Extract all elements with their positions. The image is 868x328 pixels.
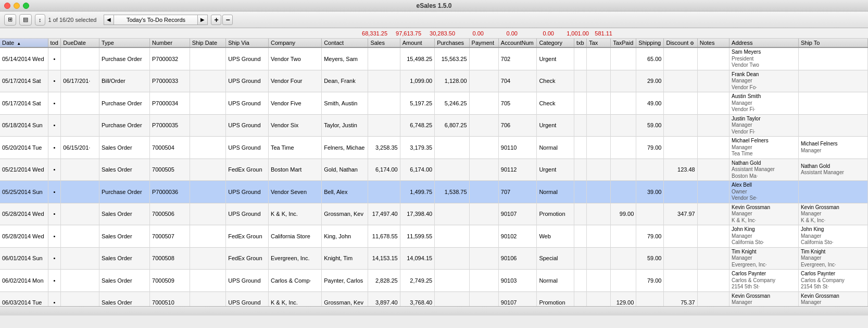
cell-sales — [368, 70, 400, 92]
summary-payment: 0.00 — [455, 30, 484, 37]
cell-type: Sales Order — [99, 270, 149, 292]
view-toggle-btn[interactable]: ⊞ — [4, 14, 16, 26]
cell-shipping: 79.00 — [636, 270, 664, 292]
cell-accountnum: 706 — [498, 114, 537, 137]
cell-address: Michael FelnersManagerTea Time — [729, 137, 799, 159]
cell-discount — [664, 247, 697, 270]
nav-next-btn[interactable]: ▶ — [197, 15, 208, 25]
cell-company: Vendor Four — [268, 70, 321, 92]
table-row[interactable]: 06/01/2014 Sun•Sales Order7000508FedEx G… — [0, 247, 868, 270]
cell-shipvia: FedEx Groun — [226, 159, 269, 181]
table-row[interactable]: 05/20/2014 Tue•06/15/201·Sales Order7000… — [0, 137, 868, 159]
cell-shipdate — [190, 270, 226, 292]
cell-todo: • — [48, 47, 61, 70]
cell-purchases — [435, 291, 469, 306]
table-row[interactable]: 05/25/2014 Sun•Purchase OrderP7000036UPS… — [0, 181, 868, 203]
cell-shipvia: FedEx Groun — [226, 247, 269, 270]
cell-todo: • — [48, 159, 61, 181]
table-row[interactable]: 06/03/2014 Tue•Sales Order7000510UPS Gro… — [0, 291, 868, 306]
cell-duedate — [61, 92, 99, 115]
cell-amount: 11,599.55 — [400, 225, 434, 248]
cell-category: Web — [537, 225, 574, 248]
maximize-button[interactable] — [23, 3, 29, 9]
cell-txb — [574, 181, 586, 203]
cell-contact: Dean, Frank — [322, 70, 368, 92]
cell-company: Tea Time — [268, 137, 321, 159]
col-header-shipto[interactable]: Ship To — [798, 39, 867, 47]
col-header-company[interactable]: Company — [268, 39, 321, 47]
cell-taxpaid — [611, 225, 636, 248]
col-header-tax[interactable]: Tax — [587, 39, 611, 47]
col-header-amount[interactable]: Amount — [400, 39, 434, 47]
cell-discount: 123.48 — [664, 159, 697, 181]
cell-amount: 1,499.75 — [400, 181, 434, 203]
toolbar: ⊞ ▤ ↕ 1 of 16/20 selected ◀ Today's To-D… — [0, 11, 868, 28]
col-header-taxpaid[interactable]: TaxPaid — [611, 39, 636, 47]
close-button[interactable] — [4, 3, 10, 9]
cell-discount — [664, 47, 697, 70]
cell-address: Kevin GrossmanManagerK & K, Inc· — [729, 291, 799, 306]
cell-address: John KingManagerCalifornia Sto· — [729, 225, 799, 248]
table-row[interactable]: 05/28/2014 Wed•Sales Order7000507FedEx G… — [0, 225, 868, 248]
cell-shipping: 59.00 — [636, 247, 664, 270]
summary-purchases: 30,283.50 — [421, 30, 455, 37]
col-header-notes[interactable]: Notes — [697, 39, 729, 47]
col-header-payment[interactable]: Payment — [469, 39, 498, 47]
col-header-accountnum[interactable]: AccountNum — [498, 39, 537, 47]
col-header-category[interactable]: Category — [537, 39, 574, 47]
col-header-address[interactable]: Address — [729, 39, 799, 47]
cell-notes — [697, 114, 729, 137]
cell-type: Sales Order — [99, 137, 149, 159]
cell-company: Vendor Five — [268, 92, 321, 115]
cell-category: Promotion — [537, 291, 574, 306]
cell-date: 06/03/2014 Tue — [0, 291, 48, 306]
table-row[interactable]: 05/17/2014 Sat•06/17/201·Bill/OrderP7000… — [0, 70, 868, 92]
remove-record-btn[interactable]: − — [222, 15, 233, 25]
col-header-shipping[interactable]: Shipping — [636, 39, 664, 47]
cell-contact: Felners, Michae — [322, 137, 368, 159]
minimize-button[interactable] — [14, 3, 20, 9]
nav-prev-btn[interactable]: ◀ — [104, 15, 114, 25]
table-row[interactable]: 05/18/2014 Sun•Purchase OrderP7000035UPS… — [0, 114, 868, 137]
table-row[interactable]: 05/17/2014 Sat•Purchase OrderP7000034UPS… — [0, 92, 868, 115]
cell-date: 05/20/2014 Tue — [0, 137, 48, 159]
cell-accountnum: 90112 — [498, 159, 537, 181]
col-header-discount[interactable]: Discount ⚙ — [664, 39, 697, 47]
col-header-shipdate[interactable]: Ship Date — [190, 39, 226, 47]
cell-company: K & K, Inc. — [268, 203, 321, 225]
col-header-contact[interactable]: Contact — [322, 39, 368, 47]
cell-tax — [587, 137, 611, 159]
cell-payment — [469, 47, 498, 70]
col-header-shipvia[interactable]: Ship Via — [226, 39, 269, 47]
cell-txb — [574, 270, 586, 292]
cell-notes — [697, 270, 729, 292]
cell-duedate: 06/15/201· — [61, 137, 99, 159]
cell-taxpaid: 99.00 — [611, 203, 636, 225]
col-header-date[interactable]: Date ▲ — [0, 39, 48, 47]
col-header-sales[interactable]: Sales — [368, 39, 400, 47]
col-header-type[interactable]: Type — [99, 39, 149, 47]
table-container[interactable]: Date ▲ tod DueDate Type Number Ship Date… — [0, 39, 868, 306]
col-header-purchases[interactable]: Purchases — [435, 39, 469, 47]
cell-notes — [697, 203, 729, 225]
col-header-txb[interactable]: txb — [574, 39, 586, 47]
table-row[interactable]: 05/28/2014 Wed•Sales Order7000506UPS Gro… — [0, 203, 868, 225]
cell-payment — [469, 92, 498, 115]
cell-sales: 3,897.40 — [368, 291, 400, 306]
cell-discount — [664, 137, 697, 159]
cell-todo: • — [48, 225, 61, 248]
add-record-btn[interactable]: + — [211, 15, 221, 25]
summary-category: 0.00 — [518, 30, 554, 37]
col-header-duedate[interactable]: DueDate — [61, 39, 99, 47]
table-row[interactable]: 06/02/2014 Mon•Sales Order7000509UPS Gro… — [0, 270, 868, 292]
cell-purchases — [435, 203, 469, 225]
layout-btn[interactable]: ▤ — [19, 14, 32, 26]
cell-type: Sales Order — [99, 291, 149, 306]
cell-accountnum: 707 — [498, 181, 537, 203]
col-header-number[interactable]: Number — [150, 39, 190, 47]
table-row[interactable]: 05/21/2014 Wed•Sales Order7000505FedEx G… — [0, 159, 868, 181]
col-header-todo[interactable]: tod — [48, 39, 61, 47]
table-row[interactable]: 05/14/2014 Wed•Purchase OrderP7000032UPS… — [0, 47, 868, 70]
sort-btn[interactable]: ↕ — [35, 14, 45, 26]
add-remove-btns: + − — [211, 15, 233, 25]
